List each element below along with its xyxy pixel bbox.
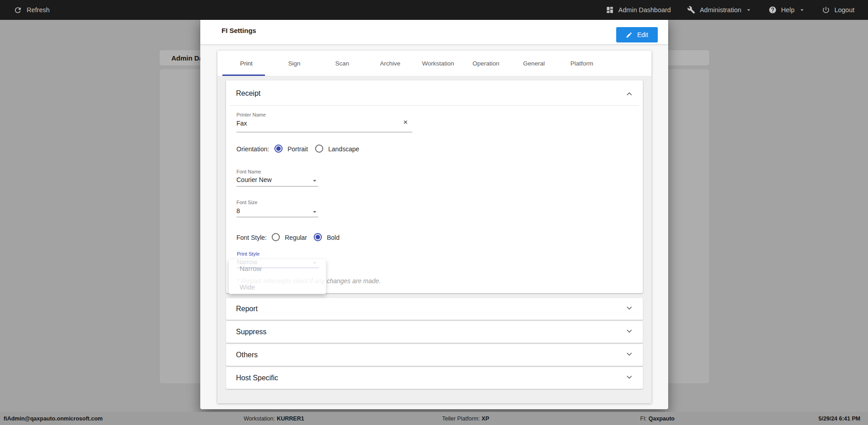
printer-name-underline	[236, 132, 412, 132]
tab-platform[interactable]: Platform	[558, 51, 606, 76]
status-workstation: Workstation: KURRER1	[244, 412, 304, 425]
dropdown-arrow-icon[interactable]	[311, 177, 319, 187]
nav-help-label: Help	[781, 6, 795, 14]
status-teller-platform: Teller Platform: XP	[442, 412, 489, 425]
tab-bar: Print Sign Scan Archive Workstation Oper…	[217, 51, 651, 76]
chevron-down-icon	[625, 350, 634, 360]
font-style-label: Font Style:	[236, 234, 267, 241]
clear-printer-name-button[interactable]: ×	[403, 118, 408, 126]
status-teller-platform-value: XP	[481, 416, 489, 422]
status-workstation-label: Workstation:	[244, 416, 275, 422]
font-name-underline	[236, 186, 318, 187]
screen: Refresh Admin Dashboard Administration	[0, 0, 868, 425]
nav-logout[interactable]: Logout	[822, 6, 854, 14]
nav-help[interactable]: Help	[769, 6, 806, 14]
orientation-portrait-radio[interactable]	[274, 145, 283, 153]
active-tab-indicator	[222, 75, 265, 76]
status-workstation-value: KURRER1	[277, 416, 304, 422]
status-user: fiAdmin@qaxpauto.onmicrosoft.com	[4, 412, 103, 425]
chevron-down-icon	[798, 6, 806, 14]
orientation-portrait-label[interactable]: Portrait	[288, 145, 308, 153]
nav-logout-label: Logout	[835, 6, 854, 14]
refresh-button[interactable]: Refresh	[0, 6, 50, 14]
edit-button-label: Edit	[637, 31, 648, 38]
report-section-title: Report	[236, 305, 258, 313]
divider	[230, 105, 639, 106]
font-size-select[interactable]: 8	[236, 207, 240, 215]
refresh-label: Refresh	[27, 6, 50, 14]
chevron-down-icon	[745, 6, 752, 14]
nav-administration-label: Administration	[700, 6, 741, 14]
status-fi: FI: Qaxpauto	[640, 412, 675, 425]
status-fi-label: FI:	[640, 416, 647, 422]
wrench-icon	[687, 6, 695, 14]
status-fi-value: Qaxpauto	[649, 416, 675, 422]
nav-admin-dashboard[interactable]: Admin Dashboard	[606, 6, 671, 14]
chevron-down-icon	[625, 373, 634, 383]
dialog-header: FI Settings Edit	[200, 17, 668, 44]
power-icon	[822, 6, 830, 14]
tab-general[interactable]: General	[510, 51, 558, 76]
printer-name-input[interactable]: Fax	[236, 120, 247, 127]
help-icon	[769, 6, 777, 14]
refresh-icon	[14, 6, 22, 14]
pencil-icon	[626, 32, 632, 38]
font-name-label: Font Name	[236, 169, 261, 174]
status-bar: fiAdmin@qaxpauto.onmicrosoft.com Worksta…	[0, 412, 868, 425]
printer-name-label: Printer Name	[236, 112, 266, 117]
tab-sign[interactable]: Sign	[270, 51, 318, 76]
status-teller-platform-label: Teller Platform:	[442, 416, 480, 422]
font-style-regular-label[interactable]: Regular	[285, 234, 307, 241]
font-name-select[interactable]: Courier New	[236, 176, 272, 183]
nav-admin-dashboard-label: Admin Dashboard	[618, 6, 671, 14]
tab-workstation[interactable]: Workstation	[414, 51, 462, 76]
nav-administration[interactable]: Administration	[687, 6, 752, 14]
others-section-header[interactable]: Others	[226, 344, 643, 366]
tab-scan[interactable]: Scan	[318, 51, 366, 76]
font-style-regular-radio[interactable]	[272, 233, 280, 241]
print-style-dropdown-menu: Narrow Wide	[229, 259, 326, 294]
dialog-title: FI Settings	[222, 27, 256, 34]
print-style-label: Print Style	[237, 251, 259, 257]
navbar-right-group: Admin Dashboard Administration Help	[606, 6, 868, 14]
font-style-bold-label[interactable]: Bold	[327, 234, 340, 241]
font-style-bold-radio[interactable]	[314, 233, 322, 241]
status-datetime: 5/29/24 6:41 PM	[819, 412, 860, 425]
font-size-underline	[236, 217, 318, 217]
chevron-down-icon	[625, 327, 634, 337]
top-navbar: Refresh Admin Dashboard Administration	[0, 0, 868, 20]
chevron-up-icon[interactable]	[625, 89, 634, 100]
suppress-section-header[interactable]: Suppress	[226, 321, 643, 343]
dropdown-option-wide[interactable]: Wide	[240, 283, 255, 291]
settings-panel: Print Sign Scan Archive Workstation Oper…	[217, 51, 651, 403]
tab-content: Receipt Printer Name Fax × Orientation: …	[217, 76, 651, 403]
fi-settings-dialog: FI Settings Edit Print Sign Scan Archive…	[200, 17, 668, 409]
edit-button[interactable]: Edit	[616, 27, 658, 42]
orientation-label: Orientation:	[236, 145, 269, 153]
suppress-section-title: Suppress	[236, 328, 267, 336]
dropdown-arrow-icon[interactable]	[311, 208, 319, 218]
orientation-landscape-label[interactable]: Landscape	[328, 145, 359, 153]
orientation-landscape-radio[interactable]	[315, 145, 323, 153]
dashboard-icon	[606, 6, 614, 14]
chevron-down-icon	[625, 304, 634, 314]
host-specific-section-title: Host Specific	[236, 374, 278, 382]
tab-print[interactable]: Print	[222, 51, 270, 76]
receipt-section-title[interactable]: Receipt	[236, 89, 260, 98]
report-section-header[interactable]: Report	[226, 298, 643, 320]
host-specific-section-header[interactable]: Host Specific	[226, 367, 643, 389]
tab-operation[interactable]: Operation	[462, 51, 510, 76]
dropdown-option-narrow[interactable]: Narrow	[240, 265, 261, 272]
tab-archive[interactable]: Archive	[366, 51, 414, 76]
others-section-title: Others	[236, 351, 258, 359]
font-size-label: Font Size	[236, 200, 257, 205]
